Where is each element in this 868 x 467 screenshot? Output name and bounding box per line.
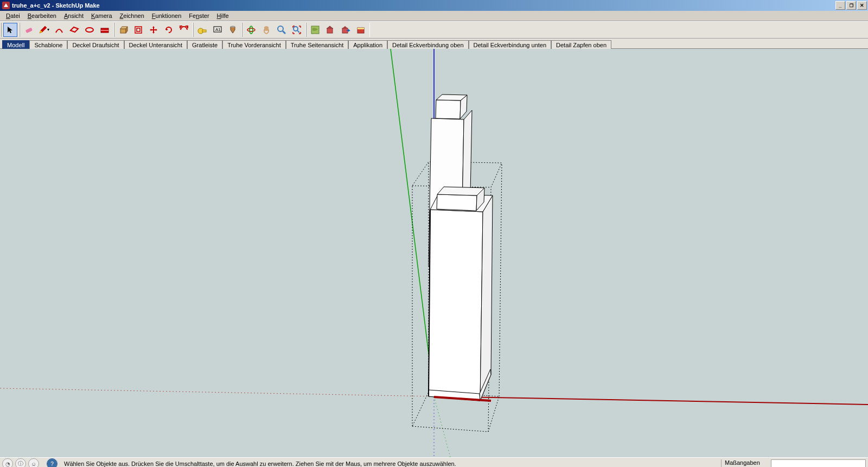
- title-bar: truhe_a+c_v2 - SketchUp Make _ ❐ ✕: [0, 0, 868, 11]
- scene-tab-truhe-seitenansicht[interactable]: Truhe Seitenansicht: [286, 40, 348, 49]
- svg-point-14: [293, 27, 298, 31]
- svg-rect-4: [120, 29, 126, 33]
- paint-tool[interactable]: [226, 23, 240, 37]
- main-toolbar: A1: [0, 21, 868, 39]
- svg-rect-20: [358, 28, 364, 29]
- menu-hilfe[interactable]: Hilfe: [213, 12, 233, 20]
- minimize-button[interactable]: _: [835, 1, 845, 10]
- status-hint: Wählen Sie Objekte aus. Drücken Sie die …: [64, 460, 721, 467]
- zoom-extents-tool[interactable]: [290, 23, 304, 37]
- scene-tab-deckel-draufsicht[interactable]: Deckel Draufsicht: [67, 40, 124, 49]
- app-icon: [2, 2, 10, 9]
- tape-tool[interactable]: [195, 23, 209, 37]
- rectangle-tool[interactable]: [67, 23, 81, 37]
- close-button[interactable]: ✕: [857, 1, 867, 10]
- menu-bearbeiten[interactable]: Bearbeiten: [24, 12, 60, 20]
- status-help-icon[interactable]: ?: [47, 458, 58, 467]
- maximize-button[interactable]: ❐: [846, 1, 856, 10]
- scene-tab-gratleiste[interactable]: Gratleiste: [187, 40, 222, 49]
- svg-rect-6: [202, 30, 206, 32]
- pencil-tool[interactable]: [37, 23, 51, 37]
- scene-tab-applikation[interactable]: Applikation: [348, 40, 387, 49]
- status-bar: ◔ ⓘ ☺ ? Wählen Sie Objekte aus. Drücken …: [0, 457, 868, 467]
- menu-fenster[interactable]: Fenster: [185, 12, 213, 20]
- menu-ansicht[interactable]: Ansicht: [60, 12, 87, 20]
- measurements-label: Maßangaben: [725, 459, 760, 467]
- svg-text:A1: A1: [215, 27, 221, 32]
- extension-tool[interactable]: [354, 23, 368, 37]
- window-title: truhe_a+c_v2 - SketchUp Make: [12, 2, 100, 9]
- pushpull-tool[interactable]: [116, 23, 130, 37]
- status-signin-icon[interactable]: ☺: [28, 458, 39, 467]
- svg-rect-0: [25, 28, 33, 34]
- menu-bar: Datei Bearbeiten Ansicht Kamera Zeichnen…: [0, 11, 868, 21]
- rotate-tool[interactable]: [162, 23, 176, 37]
- polygon-tool[interactable]: [98, 23, 112, 37]
- svg-point-10: [247, 28, 255, 31]
- scene-tab-truhe-vorderansicht[interactable]: Truhe Vorderansicht: [222, 40, 286, 49]
- svg-point-9: [231, 26, 235, 28]
- svg-point-12: [278, 26, 283, 31]
- svg-point-1: [86, 28, 93, 32]
- status-credits-icon[interactable]: ⓘ: [15, 458, 26, 467]
- model-canvas: [0, 49, 868, 457]
- measurements-value[interactable]: [771, 459, 866, 467]
- scene-tab-detail-eckverbindung-oben[interactable]: Detail Eckverbindung oben: [387, 40, 468, 49]
- share-model-tool[interactable]: [339, 23, 353, 37]
- scene-tab-schablone[interactable]: Schablone: [29, 40, 67, 49]
- zoom-tool[interactable]: [275, 23, 289, 37]
- menu-zeichnen[interactable]: Zeichnen: [116, 12, 148, 20]
- get-models-tool[interactable]: [323, 23, 337, 37]
- eraser-tool[interactable]: [22, 23, 36, 37]
- scene-tabs: Modell Schablone Deckel Draufsicht Decke…: [0, 39, 868, 49]
- status-geo-icon[interactable]: ◔: [2, 458, 13, 467]
- menu-kamera[interactable]: Kamera: [87, 12, 116, 20]
- svg-point-11: [250, 26, 253, 34]
- add-location-tool[interactable]: [308, 23, 322, 37]
- arc-tool[interactable]: [52, 23, 66, 37]
- scene-tab-detail-zapfen-oben[interactable]: Detail Zapfen oben: [551, 40, 611, 49]
- orbit-tool[interactable]: [244, 23, 258, 37]
- pan-tool[interactable]: [259, 23, 273, 37]
- menu-funktionen[interactable]: Funktionen: [148, 12, 185, 20]
- scene-tab-detail-eckverbindung-unten[interactable]: Detail Eckverbindung unten: [469, 40, 552, 49]
- scene-tab-modell[interactable]: Modell: [2, 40, 29, 49]
- svg-rect-17: [327, 28, 333, 33]
- text-tool[interactable]: A1: [210, 23, 225, 37]
- menu-datei[interactable]: Datei: [2, 12, 24, 20]
- offset-tool[interactable]: [131, 23, 145, 37]
- measurements-box: Maßangaben: [721, 459, 866, 467]
- move-tool[interactable]: [146, 23, 161, 37]
- window-controls: _ ❐ ✕: [834, 1, 867, 10]
- circle-tool[interactable]: [82, 23, 97, 37]
- 3d-viewport[interactable]: [0, 49, 868, 457]
- scene-tab-deckel-unteransicht[interactable]: Deckel Unteransicht: [124, 40, 187, 49]
- scale-tool[interactable]: [177, 23, 191, 37]
- select-tool[interactable]: [3, 23, 17, 37]
- svg-line-15: [297, 30, 299, 33]
- svg-line-13: [283, 31, 285, 34]
